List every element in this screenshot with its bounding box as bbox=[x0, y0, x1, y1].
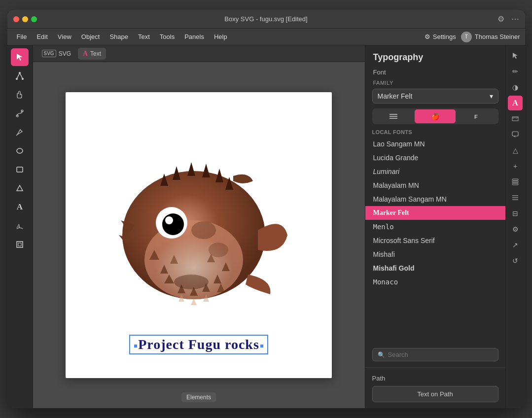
triangle-tool[interactable] bbox=[11, 179, 29, 197]
search-icon: 🔍 bbox=[378, 351, 385, 358]
panel-triangle-icon[interactable]: △ bbox=[508, 143, 523, 158]
font-list: Lao Sangam MN Lucida Grande Luminari Mal… bbox=[365, 137, 505, 345]
chevron-down-icon: ▾ bbox=[490, 92, 493, 100]
panel-plus-icon[interactable]: + bbox=[508, 159, 523, 174]
font-item[interactable]: Mishafi Gold bbox=[365, 261, 505, 275]
close-button[interactable] bbox=[13, 16, 19, 22]
tab-svg[interactable]: SVG SVG bbox=[37, 48, 76, 59]
tab-text[interactable]: A Text bbox=[78, 48, 106, 60]
panel-export-icon[interactable]: ↗ bbox=[508, 238, 523, 252]
svg-marker-9 bbox=[17, 185, 23, 191]
panel-undo-icon[interactable]: ↺ bbox=[508, 253, 523, 268]
bezier-tool[interactable] bbox=[11, 104, 29, 122]
menu-text[interactable]: Text bbox=[134, 31, 154, 42]
canvas-wrapper[interactable]: Project Fugu rocks Elements bbox=[33, 62, 365, 408]
frame-tool[interactable] bbox=[11, 236, 29, 253]
minimize-button[interactable] bbox=[22, 16, 28, 22]
menubar-right: ⚙ Settings T Thomas Steiner bbox=[425, 32, 520, 42]
ellipse-tool[interactable] bbox=[11, 142, 29, 160]
rect-tool[interactable] bbox=[11, 161, 29, 178]
system-fonts-tab[interactable]: 🍎 bbox=[415, 109, 456, 123]
path-label: Path bbox=[372, 375, 498, 382]
svg-point-1 bbox=[19, 72, 21, 74]
font-item[interactable]: Lao Sangam MN bbox=[365, 137, 505, 151]
google-fonts-tab[interactable]: F bbox=[457, 109, 497, 123]
svg-point-39 bbox=[165, 216, 173, 224]
traffic-lights bbox=[13, 16, 37, 22]
svg-rect-56 bbox=[512, 181, 518, 183]
text-tool[interactable]: A bbox=[11, 198, 29, 216]
font-item[interactable]: Monaco bbox=[365, 275, 505, 289]
panel-title: Typography bbox=[365, 45, 505, 66]
family-label: Family bbox=[365, 78, 505, 87]
font-search-bar: 🔍 bbox=[372, 348, 498, 361]
text-handle-left[interactable] bbox=[134, 344, 138, 348]
font-item[interactable]: Microsoft Sans Serif bbox=[365, 234, 505, 247]
svg-rect-57 bbox=[512, 183, 518, 185]
app-window: Boxy SVG - fugu.svg [Edited] ⚙ ⋯ File Ed… bbox=[7, 10, 525, 408]
panel-library-icon[interactable]: ⊟ bbox=[508, 206, 523, 221]
select-tool[interactable] bbox=[11, 48, 29, 66]
svg-point-41 bbox=[191, 221, 216, 239]
titlebar-right: ⚙ ⋯ bbox=[497, 14, 519, 24]
more-icon[interactable]: ⋯ bbox=[511, 14, 519, 24]
canvas-text[interactable]: Project Fugu rocks bbox=[129, 335, 268, 354]
panel-contrast-icon[interactable]: ◑ bbox=[508, 80, 523, 95]
puzzle-icon[interactable]: ⚙ bbox=[497, 14, 504, 24]
font-family-dropdown[interactable]: Marker Felt ▾ bbox=[372, 89, 498, 104]
hand-tool[interactable] bbox=[11, 86, 29, 104]
panel-select-icon[interactable] bbox=[508, 48, 523, 63]
node-tool[interactable] bbox=[11, 67, 29, 85]
text-handle-right[interactable] bbox=[260, 344, 264, 348]
font-item[interactable]: Lucida Grande bbox=[365, 151, 505, 165]
user-button[interactable]: T Thomas Steiner bbox=[461, 32, 520, 42]
menu-edit[interactable]: Edit bbox=[32, 31, 52, 42]
canvas-area: SVG SVG A Text bbox=[33, 45, 365, 408]
panel-align-icon[interactable] bbox=[508, 190, 523, 205]
canvas-tabs: SVG SVG A Text bbox=[33, 45, 365, 62]
svg-rect-55 bbox=[512, 179, 518, 180]
elements-tooltip[interactable]: Elements bbox=[181, 392, 216, 402]
font-item[interactable]: Menlo bbox=[365, 220, 505, 234]
typography-panel: Typography Font Family Marker Felt ▾ 🍎 F… bbox=[365, 45, 505, 408]
fugu-svg bbox=[95, 132, 302, 339]
panel-ruler-icon[interactable] bbox=[508, 111, 523, 126]
svg-point-38 bbox=[162, 213, 184, 235]
font-item-selected[interactable]: Marker Felt bbox=[365, 206, 505, 220]
svg-marker-35 bbox=[191, 298, 197, 305]
pen-tool[interactable] bbox=[11, 123, 29, 141]
panel-comment-icon[interactable] bbox=[508, 127, 523, 142]
font-item[interactable]: Malayalam Sangam MN bbox=[365, 192, 505, 206]
svg-point-2 bbox=[16, 78, 18, 80]
menu-tools[interactable]: Tools bbox=[155, 31, 179, 42]
svg-point-42 bbox=[209, 243, 228, 257]
svg-text:F: F bbox=[474, 114, 478, 120]
titlebar: Boxy SVG - fugu.svg [Edited] ⚙ ⋯ bbox=[7, 10, 525, 29]
panel-layers-icon[interactable] bbox=[508, 174, 523, 189]
svg-point-7 bbox=[17, 148, 23, 153]
svg-badge: SVG bbox=[42, 50, 56, 57]
menu-view[interactable]: View bbox=[53, 31, 76, 42]
main-area: A A SVG SVG A Text bbox=[7, 45, 525, 408]
text-on-path-button[interactable]: Text on Path bbox=[372, 386, 498, 402]
maximize-button[interactable] bbox=[31, 16, 37, 22]
font-item[interactable]: Luminari bbox=[365, 165, 505, 178]
menu-panels[interactable]: Panels bbox=[180, 31, 209, 42]
panel-divider bbox=[365, 367, 505, 368]
all-fonts-tab[interactable] bbox=[373, 109, 414, 123]
panel-pencil-icon[interactable]: ✏ bbox=[508, 64, 523, 79]
font-item[interactable]: Mishafi bbox=[365, 247, 505, 261]
menu-help[interactable]: Help bbox=[210, 31, 232, 42]
svg-rect-12 bbox=[18, 243, 21, 246]
font-search-input[interactable] bbox=[388, 351, 493, 358]
menu-file[interactable]: File bbox=[12, 31, 32, 42]
settings-button[interactable]: ⚙ Settings bbox=[425, 33, 456, 40]
local-fonts-header: LOCAL FONTS bbox=[365, 127, 505, 137]
panel-typography-icon[interactable]: A bbox=[508, 96, 523, 110]
text-path-tool[interactable]: A bbox=[11, 217, 29, 235]
panel-settings-icon[interactable]: ⚙ bbox=[508, 222, 523, 237]
menu-object[interactable]: Object bbox=[77, 31, 105, 42]
avatar: T bbox=[461, 32, 472, 42]
menu-shape[interactable]: Shape bbox=[105, 31, 133, 42]
font-item[interactable]: Malayalam MN bbox=[365, 178, 505, 192]
